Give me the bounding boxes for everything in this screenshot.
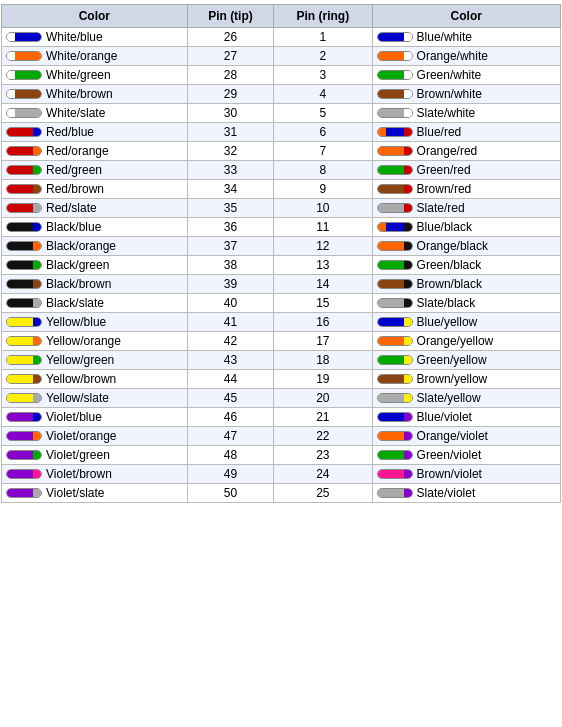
pin-ring-value: 6 bbox=[274, 123, 372, 142]
pin-tip-value: 32 bbox=[187, 142, 273, 161]
right-wire-name: Slate/white bbox=[417, 106, 476, 120]
pin-ring-value: 1 bbox=[274, 28, 372, 47]
right-wire-icon bbox=[377, 317, 413, 327]
right-wire-icon bbox=[377, 203, 413, 213]
right-color-cell: Orange/red bbox=[372, 142, 560, 161]
pin-tip-value: 35 bbox=[187, 199, 273, 218]
right-wire-icon bbox=[377, 241, 413, 251]
pin-ring-value: 5 bbox=[274, 104, 372, 123]
right-color-cell: Orange/white bbox=[372, 47, 560, 66]
left-color-cell: Violet/slate bbox=[2, 484, 188, 503]
right-color-cell: Blue/red bbox=[372, 123, 560, 142]
table-row: Violet/green 4823 Green/violet bbox=[2, 446, 561, 465]
left-color-cell: Yellow/blue bbox=[2, 313, 188, 332]
header-color-right: Color bbox=[372, 5, 560, 28]
right-wire-name: Green/black bbox=[417, 258, 482, 272]
left-wire-icon bbox=[6, 89, 42, 99]
pin-tip-value: 31 bbox=[187, 123, 273, 142]
table-row: Yellow/slate 4520 Slate/yellow bbox=[2, 389, 561, 408]
left-wire-name: Yellow/brown bbox=[46, 372, 116, 386]
left-color-cell: Violet/orange bbox=[2, 427, 188, 446]
right-color-cell: Brown/red bbox=[372, 180, 560, 199]
pin-tip-value: 41 bbox=[187, 313, 273, 332]
left-color-cell: Black/orange bbox=[2, 237, 188, 256]
pin-tip-value: 29 bbox=[187, 85, 273, 104]
pin-ring-value: 22 bbox=[274, 427, 372, 446]
left-wire-name: Yellow/orange bbox=[46, 334, 121, 348]
right-wire-name: Blue/black bbox=[417, 220, 472, 234]
left-wire-icon bbox=[6, 70, 42, 80]
left-wire-name: White/brown bbox=[46, 87, 113, 101]
right-wire-name: Blue/red bbox=[417, 125, 462, 139]
table-row: Violet/slate 5025 Slate/violet bbox=[2, 484, 561, 503]
pin-tip-value: 39 bbox=[187, 275, 273, 294]
right-wire-name: Slate/black bbox=[417, 296, 476, 310]
right-wire-name: Green/violet bbox=[417, 448, 482, 462]
pin-tip-value: 50 bbox=[187, 484, 273, 503]
table-row: Black/blue 3611 Blue/black bbox=[2, 218, 561, 237]
left-color-cell: Black/blue bbox=[2, 218, 188, 237]
left-color-cell: Red/green bbox=[2, 161, 188, 180]
pin-ring-value: 11 bbox=[274, 218, 372, 237]
left-color-cell: Yellow/slate bbox=[2, 389, 188, 408]
header-pin-tip: Pin (tip) bbox=[187, 5, 273, 28]
pin-ring-value: 17 bbox=[274, 332, 372, 351]
pin-ring-value: 7 bbox=[274, 142, 372, 161]
pin-tip-value: 30 bbox=[187, 104, 273, 123]
pin-ring-value: 12 bbox=[274, 237, 372, 256]
table-row: White/slate 305 Slate/white bbox=[2, 104, 561, 123]
right-wire-icon bbox=[377, 70, 413, 80]
left-wire-icon bbox=[6, 488, 42, 498]
left-wire-name: Red/orange bbox=[46, 144, 109, 158]
right-wire-icon bbox=[377, 146, 413, 156]
right-wire-name: Orange/black bbox=[417, 239, 488, 253]
right-color-cell: Orange/black bbox=[372, 237, 560, 256]
table-row: Red/green 338 Green/red bbox=[2, 161, 561, 180]
left-wire-name: Violet/slate bbox=[46, 486, 104, 500]
right-wire-icon bbox=[377, 222, 413, 232]
left-wire-icon bbox=[6, 203, 42, 213]
right-color-cell: Green/violet bbox=[372, 446, 560, 465]
table-row: Violet/orange 4722 Orange/violet bbox=[2, 427, 561, 446]
left-wire-icon bbox=[6, 355, 42, 365]
pin-ring-value: 10 bbox=[274, 199, 372, 218]
left-wire-name: Violet/orange bbox=[46, 429, 117, 443]
table-row: White/orange 272 Orange/white bbox=[2, 47, 561, 66]
right-wire-icon bbox=[377, 127, 413, 137]
right-wire-icon bbox=[377, 32, 413, 42]
left-color-cell: Black/brown bbox=[2, 275, 188, 294]
right-wire-name: Brown/yellow bbox=[417, 372, 488, 386]
left-wire-name: White/slate bbox=[46, 106, 105, 120]
right-color-cell: Blue/black bbox=[372, 218, 560, 237]
pin-ring-value: 20 bbox=[274, 389, 372, 408]
pin-tip-value: 43 bbox=[187, 351, 273, 370]
pin-ring-value: 9 bbox=[274, 180, 372, 199]
left-wire-icon bbox=[6, 412, 42, 422]
right-wire-name: Green/yellow bbox=[417, 353, 487, 367]
table-row: White/blue 261 Blue/white bbox=[2, 28, 561, 47]
left-wire-icon bbox=[6, 317, 42, 327]
left-wire-name: Black/green bbox=[46, 258, 109, 272]
pin-ring-value: 13 bbox=[274, 256, 372, 275]
pin-tip-value: 34 bbox=[187, 180, 273, 199]
pin-ring-value: 2 bbox=[274, 47, 372, 66]
right-wire-name: Green/red bbox=[417, 163, 471, 177]
left-color-cell: White/orange bbox=[2, 47, 188, 66]
table-row: White/brown 294 Brown/white bbox=[2, 85, 561, 104]
right-wire-icon bbox=[377, 412, 413, 422]
right-wire-name: Green/white bbox=[417, 68, 482, 82]
pin-ring-value: 23 bbox=[274, 446, 372, 465]
left-color-cell: White/blue bbox=[2, 28, 188, 47]
left-wire-name: Yellow/slate bbox=[46, 391, 109, 405]
right-wire-name: Brown/violet bbox=[417, 467, 482, 481]
left-color-cell: Violet/blue bbox=[2, 408, 188, 427]
pin-ring-value: 19 bbox=[274, 370, 372, 389]
table-row: Yellow/green 4318 Green/yellow bbox=[2, 351, 561, 370]
left-wire-icon bbox=[6, 260, 42, 270]
left-wire-icon bbox=[6, 127, 42, 137]
pin-ring-value: 16 bbox=[274, 313, 372, 332]
left-wire-icon bbox=[6, 469, 42, 479]
left-wire-name: White/green bbox=[46, 68, 111, 82]
pin-tip-value: 45 bbox=[187, 389, 273, 408]
right-color-cell: Slate/white bbox=[372, 104, 560, 123]
